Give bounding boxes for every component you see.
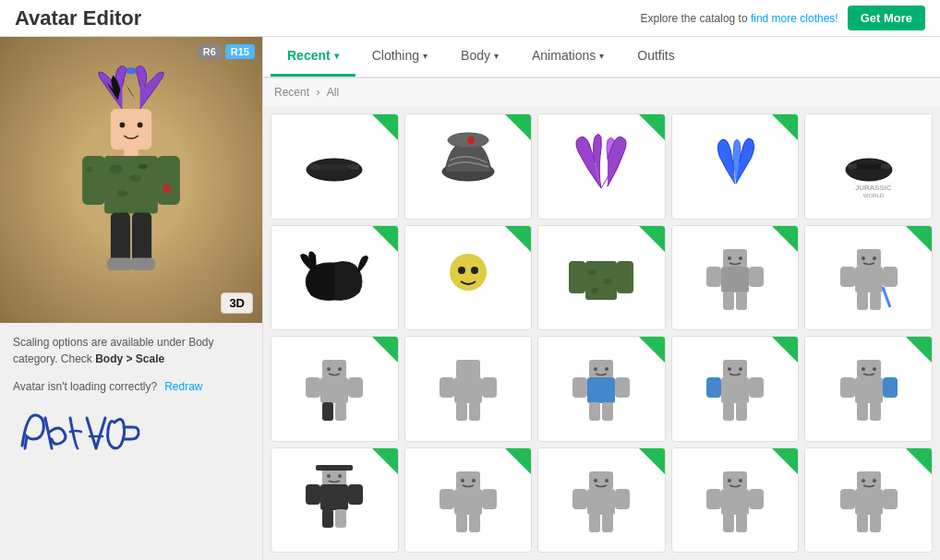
owned-badge (505, 114, 531, 140)
item-card[interactable]: Roblox 2.0 Rign... (804, 336, 933, 442)
item-name: Item 20 (805, 550, 932, 554)
item-card[interactable]: Bape Trench Co... (537, 225, 666, 331)
svg-rect-113 (572, 489, 587, 509)
redraw-button[interactable]: Redraw (164, 380, 202, 393)
item-card[interactable]: Superhero Left ... (804, 225, 933, 331)
svg-rect-50 (840, 267, 855, 287)
tab-clothing-arrow: ▾ (423, 51, 428, 61)
item-card[interactable]: Headless Head (404, 336, 533, 442)
sidebar: R6 R15 (0, 37, 263, 560)
svg-rect-57 (320, 377, 348, 403)
badge-r6[interactable]: R6 (198, 44, 222, 59)
item-card[interactable]: Item 19 (671, 447, 800, 554)
explore-text: Explore the catalog to find more clothes… (641, 12, 838, 25)
sidebar-redraw: Avatar isn't loading correctly? Redraw (0, 373, 262, 400)
tabs-bar: Recent ▾ Clothing ▾ Body ▾ Animations ▾ … (263, 37, 940, 78)
item-thumb (405, 337, 532, 438)
svg-point-102 (338, 474, 342, 478)
item-name: Amethyst Antlers (538, 216, 665, 220)
svg-rect-1 (111, 109, 151, 149)
badge-r15[interactable]: R15 (225, 44, 255, 59)
item-name: Item 19 (672, 550, 799, 554)
item-name: Korblox Deaths... (271, 438, 398, 442)
svg-point-84 (728, 367, 731, 371)
item-card[interactable]: Roblox 2.0 Torso (537, 336, 666, 442)
get-more-button[interactable]: Get More (848, 6, 925, 30)
svg-rect-79 (721, 377, 749, 403)
owned-badge (906, 226, 932, 252)
svg-point-46 (728, 256, 731, 260)
svg-point-8 (117, 190, 128, 197)
item-card[interactable]: Item 17 (404, 447, 533, 554)
item-card[interactable]: Beautiful Hair f... (271, 225, 399, 331)
item-card[interactable]: Amethyst Antlers (537, 113, 666, 220)
svg-rect-58 (306, 377, 320, 398)
item-name: Jurassic World ... (805, 216, 932, 220)
svg-point-39 (591, 288, 598, 293)
owned-badge (505, 448, 531, 474)
svg-rect-26 (848, 164, 857, 169)
svg-rect-114 (615, 489, 630, 509)
tab-recent[interactable]: Recent ▾ (271, 37, 356, 77)
item-name: The Crook Fedo... (405, 216, 532, 220)
explore-link[interactable]: find more clothes! (751, 12, 838, 25)
redraw-text: Avatar isn't loading correctly? (13, 380, 157, 393)
svg-rect-61 (335, 402, 346, 421)
item-card[interactable]: Item 18 (537, 447, 666, 554)
svg-rect-12 (157, 156, 180, 205)
item-card[interactable]: JURASSIC WORLD Jurassic World ... (804, 113, 933, 220)
item-thumb (405, 448, 532, 550)
svg-rect-122 (749, 489, 764, 509)
item-card[interactable]: Roblox 2.0 Left ... (671, 336, 800, 442)
item-name: Bape Trench Co... (538, 328, 665, 331)
svg-rect-75 (602, 402, 613, 421)
svg-rect-129 (840, 489, 855, 509)
svg-rect-67 (482, 377, 497, 398)
item-card[interactable]: Sleek Sunglasses (271, 113, 399, 220)
tab-outfits-label: Outfits (637, 48, 674, 63)
item-name: Superhero Left ... (805, 328, 932, 331)
item-card[interactable]: Item 16 (271, 447, 399, 554)
item-card[interactable]: Item 20 (804, 447, 933, 554)
tab-animations[interactable]: Animations ▾ (515, 37, 621, 77)
tab-body[interactable]: Body ▾ (444, 37, 515, 77)
owned-badge (639, 337, 665, 363)
tab-body-label: Body (461, 48, 490, 63)
svg-rect-16 (107, 258, 132, 270)
svg-point-85 (739, 367, 742, 371)
item-thumb (672, 114, 799, 216)
svg-point-92 (862, 367, 865, 371)
item-card[interactable]: Blue Spikes of T... (671, 113, 800, 220)
svg-point-13 (163, 185, 172, 194)
breadcrumb-recent[interactable]: Recent (274, 86, 309, 99)
item-card[interactable]: Korblox Deaths... (271, 336, 399, 442)
item-name: Roblox 2.0 Torso (538, 438, 665, 442)
svg-rect-99 (322, 509, 333, 528)
svg-text:WORLD: WORLD (863, 193, 885, 198)
item-card[interactable]: thug (671, 225, 800, 331)
svg-rect-43 (749, 267, 764, 287)
item-card[interactable]: Bighead (404, 225, 533, 331)
tab-outfits[interactable]: Outfits (621, 37, 691, 77)
svg-point-54 (862, 256, 865, 260)
body-scale-link[interactable]: Body > Scale (95, 352, 164, 365)
breadcrumb-all[interactable]: All (327, 86, 339, 99)
tab-recent-arrow: ▾ (334, 51, 339, 61)
tab-clothing[interactable]: Clothing ▾ (356, 37, 444, 77)
svg-rect-97 (306, 484, 320, 505)
svg-point-38 (603, 279, 612, 284)
svg-rect-14 (111, 213, 130, 262)
item-thumb (805, 337, 932, 438)
proof-watermark (0, 400, 262, 470)
svg-rect-53 (870, 292, 881, 310)
avatar-preview: R6 R15 (0, 37, 262, 323)
svg-rect-88 (840, 377, 855, 398)
item-card[interactable]: The Crook Fedo... (404, 113, 533, 220)
owned-badge (772, 448, 798, 474)
svg-rect-34 (585, 261, 617, 300)
svg-point-62 (327, 367, 331, 371)
main-layout: R6 R15 (0, 37, 940, 560)
3d-button[interactable]: 3D (221, 292, 253, 314)
svg-point-110 (472, 479, 476, 483)
svg-rect-69 (469, 402, 480, 421)
